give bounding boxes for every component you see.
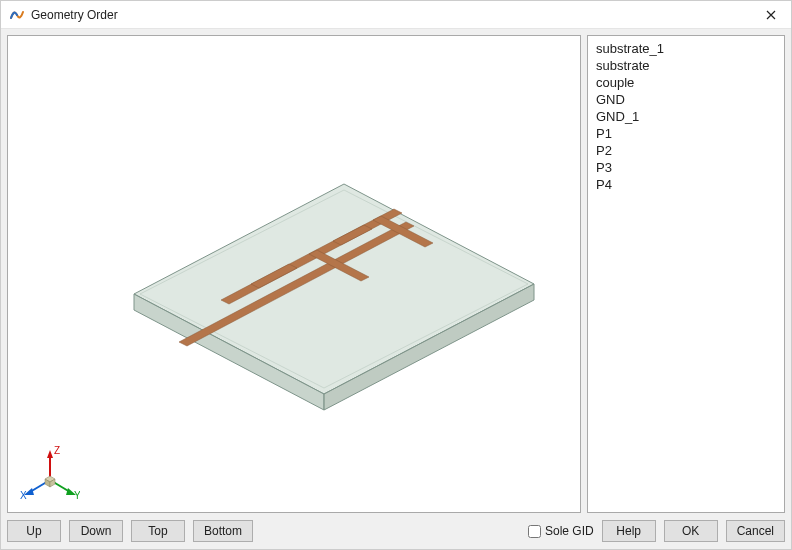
main-content: Z X Y substrate_1substratecoupleGNDGND_1… (1, 29, 791, 519)
geometry-list[interactable]: substrate_1substratecoupleGNDGND_1P1P2P3… (587, 35, 785, 513)
axis-x-label: X (20, 490, 27, 500)
svg-marker-0 (134, 184, 534, 394)
bottom-button[interactable]: Bottom (193, 520, 253, 542)
viewport-3d[interactable]: Z X Y (7, 35, 581, 513)
titlebar: Geometry Order (1, 1, 791, 29)
list-item[interactable]: GND_1 (594, 108, 778, 125)
app-icon (9, 7, 25, 23)
list-item[interactable]: substrate (594, 57, 778, 74)
pcb-model (34, 94, 554, 454)
list-item[interactable]: substrate_1 (594, 40, 778, 57)
ok-button[interactable]: OK (664, 520, 718, 542)
top-button[interactable]: Top (131, 520, 185, 542)
down-button[interactable]: Down (69, 520, 123, 542)
list-item[interactable]: P3 (594, 159, 778, 176)
svg-marker-13 (47, 450, 53, 458)
up-button[interactable]: Up (7, 520, 61, 542)
list-item[interactable]: P4 (594, 176, 778, 193)
list-item[interactable]: couple (594, 74, 778, 91)
help-button[interactable]: Help (602, 520, 656, 542)
window-title: Geometry Order (31, 8, 751, 22)
list-item[interactable]: GND (594, 91, 778, 108)
bottom-toolbar: Up Down Top Bottom Sole GID Help OK Canc… (1, 519, 791, 549)
close-button[interactable] (751, 1, 791, 29)
cancel-button[interactable]: Cancel (726, 520, 785, 542)
list-item[interactable]: P2 (594, 142, 778, 159)
sole-gid-label: Sole GID (545, 524, 594, 538)
sole-gid-input[interactable] (528, 525, 541, 538)
axis-y-label: Y (74, 490, 80, 500)
list-item[interactable]: P1 (594, 125, 778, 142)
axis-z-label: Z (54, 445, 60, 456)
sole-gid-checkbox[interactable]: Sole GID (528, 524, 594, 538)
axis-triad: Z X Y (20, 440, 80, 500)
